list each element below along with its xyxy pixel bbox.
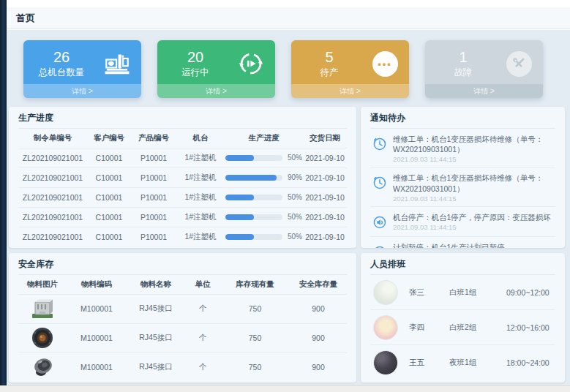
cell-name: RJ45接口 [127, 353, 185, 382]
collapsed-sidebar[interactable] [0, 0, 7, 392]
card-text: 26 总机台数量 [23, 46, 100, 79]
cell-unit: 个 [185, 323, 220, 353]
clock-icon [372, 134, 387, 163]
col-material-code: 物料编码 [67, 275, 127, 294]
running-value: 20 [157, 49, 233, 65]
safety-stock-panel: 安全库存 物料图片 物料编码 物料名称 单位 库存现有量 安全库存量 [9, 253, 356, 382]
progress-bar [225, 175, 282, 181]
col-product-no: 产品编号 [131, 129, 176, 148]
safety-stock-table: 物料图片 物料编码 物料名称 单位 库存现有量 安全库存量 M100001 [18, 275, 347, 382]
tab-home[interactable]: 首页 [7, 12, 35, 25]
notification-time: 2021.09.03 11:44:15 [393, 195, 555, 203]
staff-shift: 白班1组 [449, 287, 506, 298]
card-total-machines[interactable]: 26 总机台数量 详情 > [23, 40, 141, 98]
notification-item[interactable]: 机台停产：机台1停产，停产原因：变压器损坏 2021.09.03 11:44:1… [370, 207, 555, 237]
fault-label: 故障 [425, 67, 501, 79]
cell-qty: 750 [220, 353, 290, 382]
card-fault[interactable]: 1 故障 详情 > [425, 40, 543, 98]
card-body: 5 待产 ••• [291, 40, 409, 84]
cell-date: 2021-09-10 [303, 207, 347, 227]
table-row: ZL202109021001 C10001 P10001 1#注塑机 50% 2… [18, 207, 347, 227]
table-row: ZL202109021001 C10001 P10001 1#注塑机 90% 2… [18, 167, 347, 187]
cell-unit: 个 [185, 353, 220, 382]
cell-code: M100001 [67, 353, 127, 382]
speaker-front-image [30, 327, 55, 349]
stock-panel-title: 安全库存 [18, 253, 347, 275]
cell-product: P10001 [131, 148, 176, 167]
table-row: ZL202109021001 C10001 P10001 1#注塑机 50% 2… [18, 187, 347, 207]
card-running[interactable]: 20 运行中 详情 > [157, 40, 275, 98]
tools-icon [505, 50, 533, 78]
cell-date: 2021-09-10 [303, 148, 347, 167]
card-body: 1 故障 [425, 40, 543, 84]
cell-order: ZL202109021001 [18, 207, 87, 227]
staff-name: 张三 [409, 287, 449, 298]
cell-name: RJ45接口 [127, 294, 185, 323]
avatar-wangwu [373, 350, 398, 375]
col-progress: 生产进度 [225, 129, 303, 148]
col-customer-no: 客户编号 [87, 129, 131, 148]
table-row: ZL202109021001 C10001 P10001 1#注塑机 50% 2… [18, 227, 347, 246]
cell-qty: 750 [220, 294, 290, 323]
cell-progress: 50% [225, 148, 303, 167]
col-safety-qty: 安全库存量 [290, 275, 347, 294]
cell-code: M100001 [67, 294, 127, 323]
panels-grid: 生产进度 制令单编号 客户编号 产品编号 机台 生产进度 交货日期 ZL2021 [9, 107, 570, 382]
col-material-image: 物料图片 [18, 275, 67, 294]
staff-shift: 夜班1组 [449, 358, 506, 368]
table-row: ZL202109021001 C10001 P10001 1#注塑机 50% 2… [18, 148, 347, 167]
waiting-label: 待产 [291, 67, 367, 79]
notification-item[interactable]: 计划暂停：机台1生产计划已暂停 2021.09.03 11:44:15 [370, 237, 555, 248]
speaker-icon [372, 212, 387, 233]
notification-item[interactable]: 维修工单：机台1变压器损坏待维修（单号：WX202109031001） 2021… [370, 129, 555, 167]
cell-safe: 900 [290, 323, 347, 353]
total-machines-value: 26 [23, 49, 100, 65]
card-waiting[interactable]: 5 待产 ••• 详情 > [291, 40, 409, 98]
progress-bar [225, 195, 282, 200]
notification-item[interactable]: 维修工单：机台1变压器损坏待维修（单号：WX202109031001） 2021… [370, 167, 555, 206]
list-item[interactable]: 李四 白班2组 12:00~16:00 [370, 310, 555, 345]
cell-image [18, 323, 67, 353]
card-body: 20 运行中 [157, 40, 275, 84]
header-bar: 首页 [7, 7, 570, 29]
notification-body: 机台停产：机台1停产，停产原因：变压器损坏 2021.09.03 11:44:1… [393, 212, 555, 233]
avatar-lisi [373, 315, 398, 340]
production-panel-title: 生产进度 [18, 107, 347, 129]
card-body: 26 总机台数量 [23, 40, 141, 84]
cell-progress: 90% [225, 167, 303, 187]
progress-bar [225, 234, 282, 240]
fault-detail-link[interactable]: 详情 > [425, 84, 543, 98]
staff-name: 李四 [409, 323, 449, 333]
notification-time: 2021.09.03 11:44:15 [393, 223, 555, 231]
cell-date: 2021-09-10 [303, 187, 347, 207]
list-item[interactable]: 王五 夜班1组 18:00~24:00 [370, 345, 555, 380]
notification-text: 计划暂停：机台1生产计划已暂停 [393, 242, 555, 248]
cell-safe: 900 [290, 294, 347, 323]
cell-progress: 50% [225, 227, 303, 246]
waiting-detail-link[interactable]: 详情 > [291, 84, 409, 98]
production-progress-panel: 生产进度 制令单编号 客户编号 产品编号 机台 生产进度 交货日期 ZL2021 [9, 107, 356, 248]
cell-machine: 1#注塑机 [176, 207, 225, 227]
notification-text: 维修工单：机台1变压器损坏待维修（单号：WX202109031001） [393, 173, 555, 193]
col-material-name: 物料名称 [127, 275, 185, 294]
cell-machine: 1#注塑机 [176, 227, 225, 246]
cell-customer: C10001 [87, 227, 131, 246]
window-bottom-strip [0, 385, 570, 392]
running-label: 运行中 [157, 67, 233, 79]
cell-progress: 50% [225, 207, 303, 227]
notification-body: 维修工单：机台1变压器损坏待维修（单号：WX202109031001） 2021… [393, 173, 555, 202]
progress-label: 90% [288, 173, 302, 181]
staff-time: 18:00~24:00 [506, 358, 550, 367]
cell-product: P10001 [131, 167, 176, 187]
running-detail-link[interactable]: 详情 > [157, 84, 275, 98]
col-unit: 单位 [185, 275, 220, 294]
cell-customer: C10001 [87, 207, 131, 227]
col-machine: 机台 [176, 129, 225, 148]
total-machines-detail-link[interactable]: 详情 > [23, 84, 141, 98]
total-machines-label: 总机台数量 [23, 67, 100, 79]
cell-product: P10001 [131, 227, 176, 246]
cell-machine: 1#注塑机 [176, 167, 225, 187]
col-order-no: 制令单编号 [18, 129, 87, 148]
list-item[interactable]: 张三 白班1组 09:00~12:00 [370, 275, 555, 310]
machine-icon [103, 50, 131, 78]
